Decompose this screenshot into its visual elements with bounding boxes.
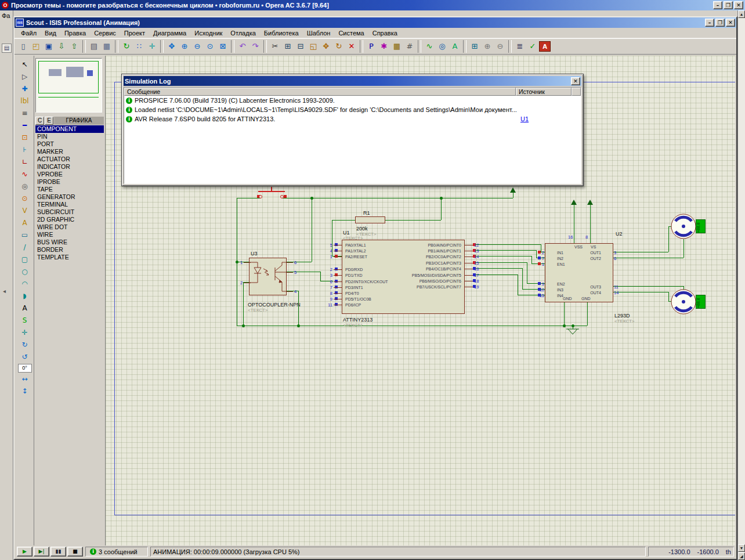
toolbar-icon[interactable] <box>115 40 118 53</box>
wire[interactable] <box>527 262 527 283</box>
u2-left-pin[interactable]: 15 IN4 <box>536 292 563 298</box>
wire[interactable] <box>683 239 684 258</box>
wire[interactable] <box>385 220 441 221</box>
wire[interactable] <box>441 198 442 220</box>
u1-left-pin[interactable]: 11 PD6/ICP <box>324 302 361 308</box>
toolbar-icon[interactable]: ◎ <box>436 41 449 52</box>
mode-icon[interactable]: ◠ <box>19 279 31 290</box>
toolbar-icon[interactable] <box>231 40 234 53</box>
toolbar-icon[interactable]: ⊖ <box>494 41 507 52</box>
toolbar-icon[interactable] <box>82 40 86 53</box>
simulation-log-titlebar[interactable]: Simulation Log ✕ <box>124 76 581 86</box>
u1-right-pin[interactable]: 14 PB2/OC0A/PCINT2 <box>426 254 482 259</box>
toolbar-icon[interactable] <box>263 40 267 53</box>
toolbar-icon[interactable]: ✓ <box>526 41 539 52</box>
menu-item[interactable]: Шаблон <box>303 28 335 38</box>
mode-list-item[interactable]: WIRE <box>35 231 104 239</box>
toolbar-icon[interactable]: ◰ <box>30 41 42 52</box>
wire[interactable] <box>320 272 321 281</box>
junction-dot[interactable] <box>236 261 238 263</box>
wire[interactable] <box>613 286 683 287</box>
toolbar-icon[interactable]: ⊟ <box>294 41 307 52</box>
mode-icon[interactable]: ⊙ <box>19 193 31 204</box>
mode-icon[interactable]: / <box>19 242 31 253</box>
mode-list-item[interactable]: COMPONENT <box>35 125 104 133</box>
mode-list-item[interactable]: IPROBE <box>35 178 104 186</box>
mode-icon[interactable]: V <box>19 205 31 216</box>
toolbar-icon[interactable]: ⊙ <box>204 41 216 52</box>
wire[interactable] <box>613 258 683 258</box>
mode-icon[interactable]: ━ <box>19 120 31 131</box>
mode-icon[interactable]: ▭ <box>19 230 31 241</box>
toolbar-icon[interactable] <box>360 40 363 53</box>
mode-icon[interactable]: ◎ <box>19 181 31 192</box>
tab-elements[interactable]: E <box>45 117 53 125</box>
toolbar-icon[interactable]: ⊕ <box>178 41 191 52</box>
u1-left-pin[interactable]: 2 PD0/RXD <box>324 266 363 272</box>
wire[interactable] <box>237 198 261 198</box>
mode-list-item[interactable]: SUBCIRCUIT <box>35 208 104 216</box>
log-source-link[interactable]: U1 <box>518 115 581 122</box>
toolbar-icon[interactable] <box>418 40 421 53</box>
wire[interactable] <box>564 302 565 326</box>
toolbar-icon[interactable] <box>160 40 164 53</box>
toolbar-icon[interactable] <box>463 40 466 53</box>
u1-left-pin[interactable]: 3 PD1/TXD <box>324 272 363 278</box>
mode-list-item[interactable]: BORDER <box>35 246 104 254</box>
toolbar-icon[interactable]: ▤ <box>88 41 100 52</box>
mode-icon[interactable]: ↺ <box>19 352 31 363</box>
u2-right-pin[interactable]: 3 OUT1 <box>590 250 622 255</box>
u1-right-pin[interactable]: 16 PB4/OC1B/PCINT4 <box>426 266 482 272</box>
menu-item[interactable]: Файл <box>17 28 41 38</box>
mode-icon[interactable]: ▢ <box>19 254 31 265</box>
opera-panel-collapse-arrow[interactable]: ◂ <box>3 288 6 294</box>
power-terminal-icon[interactable] <box>571 200 577 205</box>
mode-icon[interactable]: ◗ <box>19 291 31 302</box>
log-row[interactable]: i PROSPICE 7.06.00 (Build 7319) (C) Labc… <box>124 96 581 105</box>
mode-icon[interactable]: ↕ <box>19 386 31 397</box>
mode-list-item[interactable]: ACTUATOR <box>35 156 104 163</box>
u1-right-pin[interactable]: 13 PB1/AIN1/PCINT1 <box>428 248 482 254</box>
mode-list-item[interactable]: TERMINAL <box>35 201 104 208</box>
u3-left-pin[interactable]: 2 <box>239 280 251 286</box>
overview-minimap[interactable] <box>35 58 102 113</box>
u1-left-pin[interactable]: 4 PA1/XTAL2 <box>324 248 366 254</box>
opera-window-button[interactable]: ❐ <box>724 1 733 9</box>
tab-components[interactable]: C <box>35 117 44 125</box>
u2-left-pin[interactable]: 9 EN2 <box>536 281 565 287</box>
power-terminal-icon[interactable] <box>587 200 593 205</box>
u2-left-pin[interactable]: 2 IN1 <box>536 250 563 255</box>
junction-dot[interactable] <box>242 324 245 327</box>
isis-titlebar[interactable]: ISIS Scout - ISIS Professional (Анимация… <box>15 17 736 28</box>
ground-terminal-icon[interactable] <box>566 328 580 337</box>
animation-button[interactable]: ▶| <box>34 547 49 557</box>
wire[interactable] <box>237 326 587 326</box>
menu-item[interactable]: Исходник <box>190 28 226 38</box>
toolbar-icon[interactable]: ∷ <box>133 41 146 52</box>
u2-left-pin[interactable]: 10 IN3 <box>536 287 563 292</box>
motor-1[interactable] <box>670 213 697 240</box>
scroll-up-button[interactable]: ▲ <box>738 10 745 18</box>
opera-titlebar[interactable]: O Просмотр темы - помогите разобраться с… <box>0 0 745 10</box>
log-row[interactable]: i AVR Release 7.6SP0 build 8205 for ATTI… <box>124 114 581 124</box>
menu-item[interactable]: Правка <box>60 28 90 38</box>
u2-left-pin[interactable]: 7 IN2 <box>536 255 563 261</box>
opera-scrollbar[interactable]: ▲ ▼ ◢ <box>737 10 745 560</box>
u1-right-pin[interactable]: 19 PB7/USCK/SCL/PCINT7 <box>417 284 482 290</box>
menu-item[interactable]: Отладка <box>226 28 259 38</box>
toolbar-icon[interactable]: ✥ <box>165 41 178 52</box>
menu-item[interactable]: Библиотека <box>260 28 303 38</box>
isis-window-button[interactable]: ✕ <box>726 19 735 27</box>
mcu-u1-attiny2313[interactable]: 5 PA0/XTAL1 4 PA1/XTAL2 1 <box>342 240 465 314</box>
mode-icon[interactable]: ↔ <box>19 374 31 385</box>
toolbar-icon[interactable]: ▣ <box>42 41 55 52</box>
mode-icon[interactable]: ○ <box>19 266 31 277</box>
opera-panel-icon[interactable]: ▤ <box>2 44 12 53</box>
motor-2[interactable] <box>670 288 697 315</box>
wire[interactable] <box>587 302 588 326</box>
wire[interactable] <box>312 198 312 262</box>
mode-icon[interactable]: ✚ <box>19 84 31 95</box>
junction-dot[interactable] <box>297 324 300 327</box>
opera-window-button[interactable]: ✕ <box>734 1 743 9</box>
mode-list-item[interactable]: INDICATOR <box>35 163 104 171</box>
